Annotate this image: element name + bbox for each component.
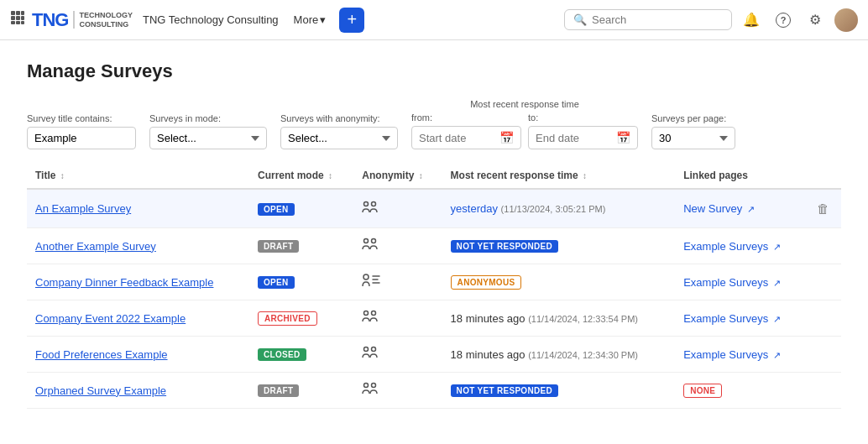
col-mode[interactable]: Current mode ↕ [249,163,353,189]
surveys-table: Title ↕ Current mode ↕ Anonymity ↕ Most … [27,163,841,409]
delete-survey-button[interactable]: 🗑 [813,198,833,219]
svg-rect-3 [11,16,15,20]
mode-badge: CLOSED [258,348,306,361]
logo-line2: CONSULTING [79,20,133,29]
mode-badge: OPEN [258,276,295,289]
settings-button[interactable]: ⚙ [803,8,828,33]
survey-anon-cell [353,228,442,264]
linked-none-badge: NONE [683,384,722,398]
notifications-button[interactable]: 🔔 [739,8,764,33]
from-date-input[interactable] [419,132,494,144]
calendar-from-icon[interactable]: 📅 [499,131,514,144]
survey-actions-cell [805,373,841,409]
external-link-icon: ↗ [773,314,781,324]
to-date-input-wrap: 📅 [528,126,638,149]
response-time: 18 minutes ago [451,312,526,325]
survey-anon-cell [353,337,442,373]
table-row: Company Dinner Feedback Example OPEN ANO… [27,264,841,300]
logo-tng: TNG [32,9,68,31]
title-filter-group: Survey title contains: [27,113,136,149]
table-row: Food Preferences Example CLOSED 18 minut… [27,337,841,373]
not-responded-badge: NOT YET RESPONDED [451,240,558,253]
calendar-to-icon[interactable]: 📅 [616,131,630,144]
svg-point-19 [372,384,376,388]
external-link-icon: ↗ [773,242,781,252]
survey-anon-cell [353,264,442,300]
linked-page-link[interactable]: Example Surveys ↗ [683,312,781,325]
anonymity-icon [362,203,380,217]
org-name: TNG Technology Consulting [143,13,279,26]
survey-linked-cell: Example Surveys ↗ [675,228,805,264]
svg-point-11 [364,239,369,243]
mode-badge: ARCHIVED [258,311,317,326]
survey-mode-cell: OPEN [249,264,353,300]
survey-title-link[interactable]: Another Example Survey [35,240,156,253]
survey-title-link[interactable]: Company Event 2022 Example [35,312,186,325]
survey-mode-cell: CLOSED [249,337,353,373]
anonymity-filter-label: Surveys with anonymity: [280,113,398,123]
table-row: Another Example Survey DRAFT NOT YET RES… [27,228,841,264]
resp-sort-icon: ↕ [583,171,587,180]
help-button[interactable]: ? [771,8,796,33]
anon-sort-icon: ↕ [419,171,423,180]
linked-page-link[interactable]: Example Surveys ↗ [683,276,781,289]
survey-resp-cell: yesterday (11/13/2024, 3:05:21 PM) [442,189,676,228]
plus-button[interactable]: + [339,8,364,33]
not-responded-badge: NOT YET RESPONDED [451,384,558,397]
survey-linked-cell: New Survey ↗ [675,189,805,228]
survey-title-link[interactable]: Orphaned Survey Example [35,384,166,397]
linked-page-link[interactable]: Example Surveys ↗ [683,348,781,361]
col-response-time[interactable]: Most recent response time ↕ [442,163,676,189]
more-menu-button[interactable]: More ▾ [287,10,333,29]
response-time: 18 minutes ago [451,348,526,361]
survey-anon-cell [353,189,442,228]
title-filter-input[interactable] [27,127,136,149]
to-date-input[interactable] [536,132,611,144]
surveys-table-wrap: Title ↕ Current mode ↕ Anonymity ↕ Most … [27,163,841,409]
response-time: yesterday [451,202,498,215]
bell-icon: 🔔 [743,12,760,28]
top-navigation: TNG TECHNOLOGY CONSULTING TNG Technology… [0,0,868,40]
survey-linked-cell: Example Surveys ↗ [675,264,805,300]
response-time-detail: (11/14/2024, 12:34:30 PM) [528,350,638,360]
from-date-input-wrap: 📅 [411,126,521,149]
linked-page-link[interactable]: Example Surveys ↗ [683,240,781,253]
per-page-label: Surveys per page: [651,113,735,123]
col-actions [805,163,841,189]
date-filter-group: Most recent response time from: 📅 to: 📅 [411,99,638,149]
col-linked: Linked pages [675,163,805,189]
mode-filter-label: Surveys in mode: [149,113,267,123]
linked-page-link[interactable]: New Survey ↗ [683,202,755,215]
svg-rect-2 [21,11,24,15]
anonymity-filter-select[interactable]: Select... [280,127,398,149]
grid-icon[interactable] [10,10,25,29]
survey-mode-cell: DRAFT [249,228,353,264]
svg-rect-4 [16,16,20,20]
survey-title-link[interactable]: An Example Survey [35,202,131,215]
survey-title-link[interactable]: Food Preferences Example [35,348,168,361]
col-anonymity[interactable]: Anonymity ↕ [353,163,442,189]
survey-actions-cell [805,337,841,373]
logo-line1: TECHNOLOGY [79,11,133,20]
survey-linked-cell: Example Surveys ↗ [675,300,805,337]
logo[interactable]: TNG TECHNOLOGY CONSULTING [32,9,133,31]
help-icon: ? [776,13,791,28]
mode-filter-select[interactable]: Select... [149,127,267,149]
svg-rect-8 [21,21,24,24]
survey-resp-cell: NOT YET RESPONDED [442,373,676,409]
search-input[interactable] [592,13,723,26]
svg-point-10 [372,201,376,206]
from-date-group: from: 📅 [411,112,521,149]
survey-title-link[interactable]: Company Dinner Feedback Example [35,276,213,289]
per-page-select[interactable]: 30 [651,127,735,149]
survey-actions-cell [805,264,841,300]
more-label: More [294,13,319,26]
mode-badge: DRAFT [258,384,299,397]
page-title: Manage Surveys [27,60,841,82]
user-avatar[interactable] [834,8,858,32]
col-title[interactable]: Title ↕ [27,163,249,189]
survey-title-cell: An Example Survey [27,189,249,228]
survey-title-cell: Another Example Survey [27,228,249,264]
table-row: An Example Survey OPEN yesterday (11/13/… [27,189,841,228]
per-page-group: Surveys per page: 30 [651,113,735,149]
